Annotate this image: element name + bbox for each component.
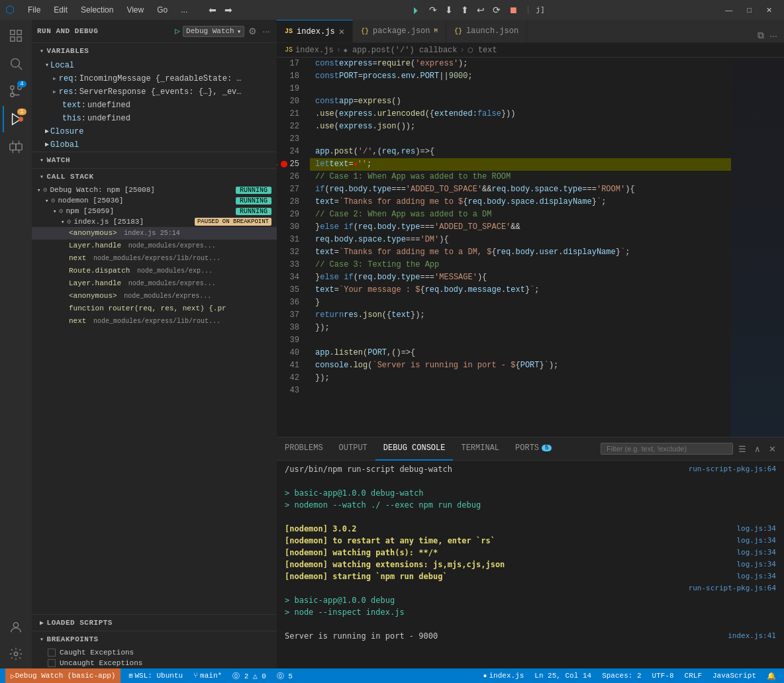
status-git-branch[interactable]: ⑂ main* <box>191 668 224 683</box>
status-debug-label[interactable]: ▷ Debug Watch (basic-app) <box>5 668 121 683</box>
debug-config-select[interactable]: Debug Watch ▾ <box>183 26 244 37</box>
breadcrumb-text[interactable]: ⬡ text <box>467 46 497 55</box>
var-this[interactable]: this : undefined <box>32 112 277 125</box>
callstack-anonymous-2[interactable]: <anonymous> node_modules/expres... <box>32 290 277 302</box>
breakpoints-header[interactable]: ▾BREAKPOINTS <box>32 631 277 647</box>
menu-go[interactable]: Go <box>152 4 173 16</box>
callstack-npm-25008[interactable]: ▾ ⚙ Debug Watch: npm [25008] RUNNING <box>32 185 277 195</box>
run-debug-title: RUN AND DEBUG <box>37 27 98 35</box>
bp-uncaught-checkbox[interactable] <box>48 659 56 667</box>
debug-forward-btn[interactable]: ➡ <box>222 3 235 17</box>
activity-source-control[interactable]: 4 <box>3 78 29 105</box>
console-ref-log-5[interactable]: log.js:34 <box>736 570 776 582</box>
debug-restart2-btn[interactable]: ⟳ <box>490 3 503 17</box>
callstack-npm-25059[interactable]: ▾ ⚙ npm [25059] RUNNING <box>32 206 277 216</box>
debug-continue-btn[interactable]: ⏵ <box>409 3 424 17</box>
panel-tab-debug-console[interactable]: DEBUG CONSOLE <box>375 437 454 461</box>
panel-menu-btn[interactable]: ☰ <box>736 443 749 455</box>
breadcrumb-callback[interactable]: ◈ app.post('/') callback <box>344 46 458 55</box>
menu-more[interactable]: ... <box>175 4 193 16</box>
console-ref-log-2[interactable]: log.js:34 <box>736 535 776 547</box>
console-ref-run-script-2[interactable]: run-script-pkg.js:64 <box>689 582 776 594</box>
activity-explorer[interactable] <box>3 23 29 49</box>
panel-tab-problems[interactable]: PROBLEMS <box>277 437 331 461</box>
activity-settings[interactable] <box>3 641 29 667</box>
debug-restart-btn[interactable]: ↩ <box>474 3 487 17</box>
tab-index-js[interactable]: JS index.js ✕ <box>277 20 353 42</box>
code-content[interactable]: const express = require('express'); cons… <box>310 58 731 437</box>
debug-step-over-btn[interactable]: ↷ <box>426 3 440 17</box>
status-errors[interactable]: ⓪ 2 △ 0 <box>230 668 269 683</box>
tab-launch-json[interactable]: {} launch.json <box>446 20 527 42</box>
status-language[interactable]: JavaScript <box>710 668 759 683</box>
split-editor-btn[interactable]: ⧉ <box>756 28 765 42</box>
console-filter-input[interactable] <box>601 443 733 455</box>
panel-chevron-up-btn[interactable]: ∧ <box>752 443 763 455</box>
closure-group[interactable]: ▶ Closure <box>32 125 277 138</box>
code-editor[interactable]: 17 18 19 20 21 22 23 24 ▶ 25 26 27 28 <box>277 58 731 437</box>
editor-area: JS index.js ✕ {} package.json M {} launc… <box>277 20 784 668</box>
panel-tab-terminal[interactable]: TERMINAL <box>453 437 507 461</box>
panel-tab-ports[interactable]: PORTS 5 <box>507 437 560 461</box>
status-current-file[interactable]: ● index.js <box>480 668 526 683</box>
var-res[interactable]: ▶ res : ServerResponse {_events: {…}, _e… <box>32 85 277 99</box>
tab-package-json[interactable]: {} package.json M <box>353 20 446 42</box>
code-line-38: }); <box>310 322 731 334</box>
panel-tab-output[interactable]: OUTPUT <box>331 437 375 461</box>
debug-more-btn[interactable]: ··· <box>261 24 271 38</box>
variables-header[interactable]: ▾VARIABLES <box>32 43 277 59</box>
activity-extensions[interactable] <box>3 134 29 160</box>
callstack-layer-handle-2[interactable]: Layer.handle node_modules/expres... <box>32 277 277 290</box>
window-minimize-btn[interactable]: — <box>718 3 739 17</box>
activity-search[interactable] <box>3 50 29 77</box>
breadcrumb-file[interactable]: index.js <box>295 46 334 55</box>
callstack-header[interactable]: ▾CALL STACK <box>32 169 277 185</box>
callstack-layer-handle-1[interactable]: Layer.handle node_modules/expres... <box>32 240 277 252</box>
console-ref-log-1[interactable]: log.js:34 <box>736 523 776 535</box>
bp-uncaught-exceptions[interactable]: Uncaught Exceptions <box>32 658 277 668</box>
tab-index-js-close[interactable]: ✕ <box>339 27 344 36</box>
global-group[interactable]: ▶ Global <box>32 138 277 152</box>
status-spaces[interactable]: Spaces: 2 <box>599 668 644 683</box>
activity-accounts[interactable] <box>3 614 29 641</box>
local-group[interactable]: ▾ Local <box>32 59 277 72</box>
activity-run-debug[interactable]: 1 <box>3 106 29 132</box>
loaded-scripts-header[interactable]: ▶LOADED SCRIPTS <box>32 615 277 631</box>
callstack-nodemon-25036[interactable]: ▾ ⚙ nodemon [25036] RUNNING <box>32 195 277 206</box>
var-req[interactable]: ▶ req : IncomingMessage {_readableState:… <box>32 72 277 85</box>
menu-selection[interactable]: Selection <box>75 4 119 16</box>
console-ref-log-3[interactable]: log.js:34 <box>736 547 776 559</box>
line-31: 31 <box>277 234 305 246</box>
debug-step-out-btn[interactable]: ⬆ <box>458 3 471 17</box>
callstack-anonymous[interactable]: <anonymous> index.js 25:14 <box>32 227 277 240</box>
window-close-btn[interactable]: ✕ <box>760 3 779 17</box>
watch-header[interactable]: ▾WATCH <box>32 152 277 168</box>
callstack-next-1[interactable]: next node_modules/express/lib/rout... <box>32 252 277 265</box>
callstack-router-fn[interactable]: function router(req, res, next) {.pr <box>32 302 277 315</box>
callstack-next-2[interactable]: next node_modules/express/lib/rout... <box>32 315 277 328</box>
panel-close-btn[interactable]: ✕ <box>766 443 779 455</box>
debug-gear-btn[interactable]: ⚙ <box>247 24 258 38</box>
status-cursor-position[interactable]: Ln 25, Col 14 <box>532 668 594 683</box>
debug-step-into-btn[interactable]: ⬇ <box>442 3 456 17</box>
status-warnings[interactable]: ⓪ 5 <box>274 668 295 683</box>
status-encoding[interactable]: UTF-8 <box>650 668 677 683</box>
more-tabs-btn[interactable]: ··· <box>768 29 779 42</box>
console-ref-run-script[interactable]: run-script-pkg.js:64 <box>689 463 776 475</box>
bp-caught-checkbox[interactable] <box>48 649 56 657</box>
callstack-route-dispatch[interactable]: Route.dispatch node_modules/exp... <box>32 265 277 277</box>
status-line-ending[interactable]: CRLF <box>682 668 705 683</box>
menu-file[interactable]: File <box>23 4 46 16</box>
menu-view[interactable]: View <box>121 4 149 16</box>
debug-stop-btn[interactable]: ⏹ <box>506 3 520 17</box>
window-restore-btn[interactable]: □ <box>740 3 758 17</box>
menu-edit[interactable]: Edit <box>48 4 73 16</box>
debug-back-btn[interactable]: ⬅ <box>206 3 219 17</box>
console-ref-index[interactable]: index.js:41 <box>728 630 776 642</box>
bp-caught-exceptions[interactable]: Caught Exceptions <box>32 647 277 658</box>
status-wsl[interactable]: ⊞ WSL: Ubuntu <box>126 668 185 683</box>
console-ref-log-4[interactable]: log.js:34 <box>736 559 776 570</box>
status-notifications-bell[interactable]: 🔔 <box>764 668 779 683</box>
callstack-index-25183[interactable]: ▾ ⚙ index.js [25183] PAUSED ON BREAKPOIN… <box>32 216 277 227</box>
var-text[interactable]: text : undefined <box>32 99 277 112</box>
